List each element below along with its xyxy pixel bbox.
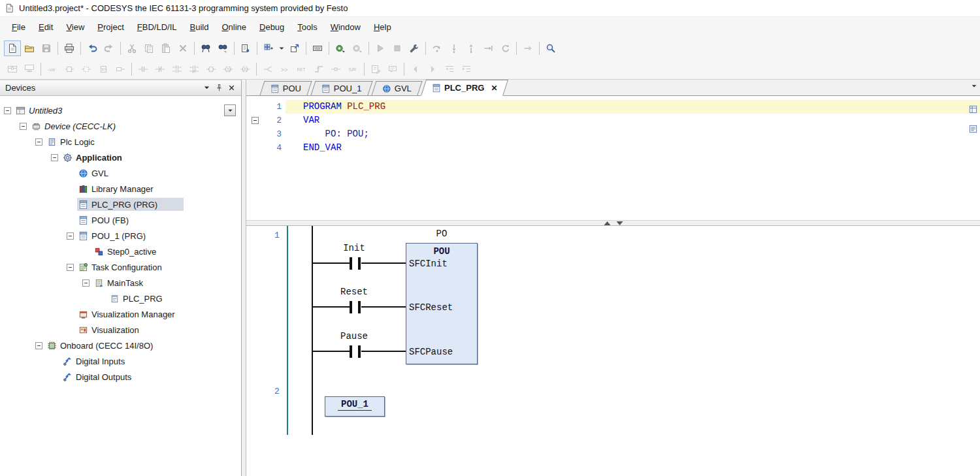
single-cycle-button[interactable]: [406, 40, 423, 56]
redo-button[interactable]: [101, 40, 118, 56]
menu-fbd-ld-il[interactable]: FBD/LD/IL: [131, 19, 184, 35]
contact-label-reset[interactable]: Reset: [326, 287, 382, 297]
pou1-box[interactable]: POU_1: [325, 396, 385, 417]
menu-help[interactable]: Help: [367, 19, 398, 35]
tree-item-visualization[interactable]: Visualization: [0, 322, 241, 338]
splitter-up-arrow[interactable]: [604, 221, 610, 225]
fbd-return-button[interactable]: RET: [293, 61, 310, 77]
menu-tools[interactable]: Tools: [291, 19, 323, 35]
logout-button[interactable]: [349, 40, 366, 56]
tab-close-icon[interactable]: ✕: [491, 84, 497, 93]
tree-item-digital-outputs[interactable]: Digital Outputs: [0, 369, 241, 385]
fbd-empty-box-button[interactable]: [78, 61, 95, 77]
stop-button[interactable]: [389, 40, 406, 56]
delete-button[interactable]: [174, 40, 191, 56]
fbd-body-editor[interactable]: 1 2 PO Init Reset Pause: [246, 226, 980, 476]
declaration-line-1[interactable]: 1PROGRAM PLC_PRG: [246, 100, 980, 114]
login-button[interactable]: [332, 40, 349, 56]
declaration-editor[interactable]: 1PROGRAM PLC_PRG2VAR3 PO: POU;4END_VAR: [246, 96, 980, 220]
contact-init[interactable]: [358, 257, 361, 270]
fbd-contact-negated-button[interactable]: [152, 61, 169, 77]
fbd-toggle-comment-button[interactable]: [384, 61, 401, 77]
devices-tree[interactable]: Untitled3Device (CECC-LK)Plc LogicApplic…: [0, 96, 241, 476]
menu-project[interactable]: Project: [91, 19, 130, 35]
contact-reset[interactable]: [350, 301, 352, 313]
tree-item-pou-1-prg[interactable]: POU_1 (PRG): [0, 228, 241, 244]
tree-item-plc-prg-prg[interactable]: PLC_PRG (PRG): [0, 197, 241, 212]
expander-minus-icon[interactable]: [20, 123, 27, 130]
fb-instance-name[interactable]: PO: [406, 229, 478, 239]
tree-item-plc-prg[interactable]: PLC_PRG: [0, 291, 241, 306]
tab-gvl[interactable]: GVL: [371, 81, 422, 95]
tree-item-library-manager[interactable]: Library Manager: [0, 181, 241, 197]
tab-pou[interactable]: POU: [259, 81, 312, 95]
zoom-button[interactable]: [542, 40, 559, 56]
fbd-coil-set-button[interactable]: S: [220, 61, 237, 77]
paste-button[interactable]: [157, 40, 174, 56]
network-2-number[interactable]: 2: [270, 387, 284, 396]
fbd-goto-prev-button[interactable]: [407, 61, 424, 77]
new-file-button[interactable]: [4, 40, 21, 56]
tab-pou-1[interactable]: POU_1: [311, 81, 373, 95]
tab-plc-prg[interactable]: PLC_PRG✕: [421, 80, 509, 96]
fbd-network-button[interactable]: [4, 61, 21, 77]
find-button[interactable]: [197, 40, 214, 56]
tree-item-onboard-cecc-14i-8o[interactable]: Onboard (CECC 14I/8O): [0, 338, 241, 353]
panel-menu-chevron-down-icon[interactable]: [201, 82, 213, 94]
print-button[interactable]: [61, 40, 78, 56]
device-dropdown-button[interactable]: [224, 104, 236, 116]
menu-view[interactable]: View: [59, 19, 91, 35]
tab-list-dropdown-icon[interactable]: [970, 82, 978, 92]
fbd-contact-button[interactable]: [135, 61, 152, 77]
add-object-button[interactable]: [260, 40, 277, 56]
fold-toggle-icon[interactable]: [252, 117, 259, 124]
go-forward-button[interactable]: [519, 40, 536, 56]
start-button[interactable]: [372, 40, 389, 56]
declaration-line-3[interactable]: 3 PO: POU;: [246, 127, 980, 141]
tree-item-step0-active[interactable]: Step0_active: [0, 244, 241, 259]
fbd-coil-button[interactable]: [203, 61, 220, 77]
tree-item-device-cecc-lk[interactable]: Device (CECC-LK): [0, 118, 241, 134]
fbd-box-en-button[interactable]: EN: [95, 61, 112, 77]
tree-item-application[interactable]: Application: [0, 150, 241, 165]
step-over-button[interactable]: [429, 40, 446, 56]
menu-online[interactable]: Online: [215, 19, 253, 35]
fbd-input-button[interactable]: [112, 61, 129, 77]
menu-window[interactable]: Window: [324, 19, 367, 35]
contact-reset[interactable]: [358, 301, 361, 313]
expander-minus-icon[interactable]: [4, 107, 11, 114]
function-block-pou[interactable]: POU SFCInit SFCReset SFCPause: [406, 243, 478, 364]
fbd-outdent-button[interactable]: [458, 61, 475, 77]
tree-item-visualization-manager[interactable]: Visualization Manager: [0, 306, 241, 322]
build-button[interactable]: [309, 40, 326, 56]
expander-minus-icon[interactable]: [82, 279, 90, 287]
editor-splitter[interactable]: [246, 220, 980, 226]
expander-minus-icon[interactable]: [35, 342, 42, 349]
fbd-branch-button[interactable]: [259, 61, 276, 77]
tree-item-untitled3[interactable]: Untitled3: [0, 103, 241, 118]
fbd-contact-parallel-button[interactable]: [169, 61, 186, 77]
network-1-number[interactable]: 1: [270, 230, 284, 240]
contact-pause[interactable]: [358, 345, 361, 358]
menu-file[interactable]: File: [5, 19, 32, 35]
doc-view-toggle-icon[interactable]: [968, 123, 978, 134]
vertical-splitter[interactable]: [242, 80, 246, 476]
tree-item-maintask[interactable]: MainTask: [0, 275, 241, 291]
tree-item-task-configuration[interactable]: Task Configuration: [0, 259, 241, 275]
contact-label-init[interactable]: Init: [326, 243, 382, 253]
menu-debug[interactable]: Debug: [253, 19, 291, 35]
step-into-button[interactable]: [446, 40, 463, 56]
fbd-coil-reset-button[interactable]: R: [237, 61, 253, 77]
fbd-goto-next-button[interactable]: [424, 61, 441, 77]
fbd-jump-button[interactable]: >>: [276, 61, 293, 77]
save-button[interactable]: [38, 40, 55, 56]
expander-minus-icon[interactable]: [51, 154, 58, 161]
decl-view-toggle-icon[interactable]: [968, 104, 978, 114]
expander-minus-icon[interactable]: [35, 138, 42, 146]
fbd-edge-button[interactable]: [310, 61, 327, 77]
declaration-line-4[interactable]: 4END_VAR: [246, 141, 980, 155]
network-selection-margin[interactable]: [287, 226, 288, 435]
open-project-button[interactable]: [21, 40, 38, 56]
fbd-set-reset-button[interactable]: S/R: [344, 61, 361, 77]
reset-warm-button[interactable]: [497, 40, 514, 56]
